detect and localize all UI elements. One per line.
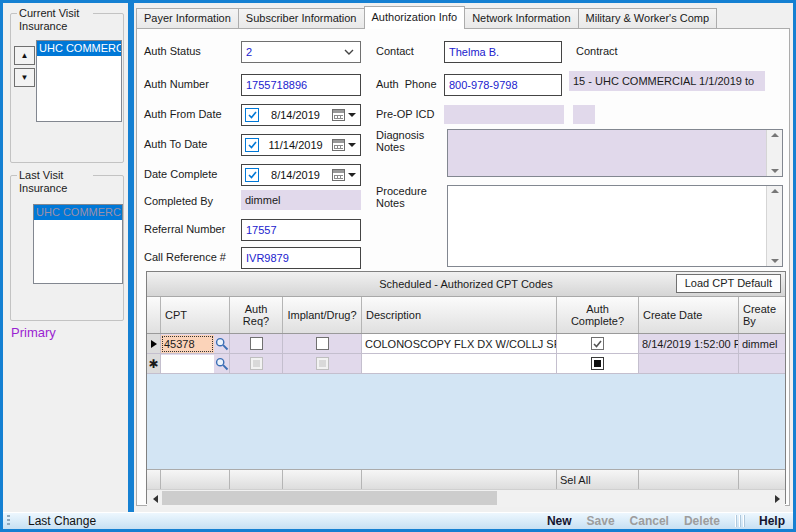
pre-op-icd-field	[444, 105, 564, 124]
auth-from-date-picker[interactable]: 8/14/2019	[241, 104, 361, 126]
auth-to-date-picker[interactable]: 11/14/2019	[241, 134, 361, 156]
create-date-cell[interactable]: 8/14/2019 1:52:00 PM	[639, 334, 739, 354]
description-cell[interactable]: COLONOSCOPY FLX DX W/COLLJ SP	[362, 334, 557, 354]
implant-drug-cell[interactable]	[283, 354, 362, 374]
cpt-cell[interactable]: 45378	[161, 334, 230, 354]
insurance-move-up-button[interactable]: ▲	[14, 46, 35, 65]
procedure-notes-textarea[interactable]	[447, 185, 783, 267]
cpt-grid: Scheduled - Authorized CPT Codes Load CP…	[146, 271, 786, 504]
current-insurance-listbox[interactable]: UHC COMMERCIAL	[36, 40, 122, 122]
current-visit-insurance-title: Current Visit Insurance	[17, 7, 93, 33]
scroll-down-icon[interactable]	[771, 259, 779, 263]
auth-number-input[interactable]: 1755718896	[241, 74, 361, 96]
auth-status-combo[interactable]: 2	[241, 41, 361, 63]
referral-number-input[interactable]: 17557	[241, 219, 361, 241]
grid-horizontal-scrollbar[interactable]	[147, 489, 785, 507]
scroll-up-icon[interactable]	[771, 189, 779, 193]
header-create-date[interactable]: Create Date	[639, 297, 739, 333]
contract-field: 15 - UHC COMMERCIAL 1/1/2019 to	[569, 71, 765, 91]
header-implant-drug[interactable]: Implant/Drug?	[283, 297, 362, 333]
last-visit-insurance-title: Last Visit Insurance	[17, 169, 93, 195]
completed-by-field: dimmel	[241, 190, 361, 210]
completed-by-label: Completed By	[144, 195, 213, 207]
cpt-cell[interactable]	[161, 354, 230, 374]
footer-description	[362, 470, 557, 489]
statusbar-separator	[735, 515, 744, 527]
last-insurance-item[interactable]: UHC COMMERCIAL	[34, 205, 122, 220]
cpt-code-input[interactable]	[161, 355, 214, 373]
row-selector-new[interactable]: ✱	[147, 354, 161, 374]
tab-military-workers-comp[interactable]: Military & Worker's Comp	[578, 8, 718, 28]
diagnosis-notes-body[interactable]	[448, 130, 766, 176]
indeterminate-checkbox-icon[interactable]	[591, 357, 604, 370]
checked-checkbox-icon[interactable]	[245, 168, 259, 182]
contact-input[interactable]: Thelma B.	[444, 41, 562, 63]
footer-cpt	[161, 470, 230, 489]
sel-all-button[interactable]: Sel All	[557, 470, 639, 489]
auth-req-cell[interactable]	[230, 334, 283, 354]
help-button[interactable]: Help	[759, 514, 785, 528]
scrollbar-thumb[interactable]	[162, 491, 497, 505]
row-selector-current[interactable]	[147, 334, 161, 354]
checked-checkbox-icon[interactable]	[245, 108, 259, 122]
diagnosis-notes-scrollbar[interactable]	[766, 130, 782, 176]
procedure-notes-body[interactable]	[448, 186, 766, 266]
authorization-window: Current Visit Insurance ▲ ▼ UHC COMMERCI…	[0, 0, 796, 532]
last-insurance-listbox[interactable]: UHC COMMERCIAL	[33, 204, 123, 284]
status-bar: Last Change New Save Cancel Delete Help	[3, 512, 793, 529]
auth-phone-value: 800-978-9798	[449, 79, 518, 91]
search-icon[interactable]	[215, 337, 229, 351]
scroll-down-icon[interactable]	[771, 169, 779, 173]
header-description[interactable]: Description	[362, 297, 557, 333]
date-complete-picker[interactable]: 8/14/2019	[241, 164, 361, 186]
last-change-label: Last Change	[28, 514, 96, 528]
last-visit-insurance-group: Last Visit Insurance UHC COMMERCIAL	[10, 175, 124, 321]
current-insurance-item[interactable]: UHC COMMERCIAL	[37, 41, 121, 56]
new-button[interactable]: New	[547, 514, 572, 528]
cancel-button: Cancel	[630, 514, 669, 528]
header-cpt[interactable]: CPT	[161, 297, 230, 333]
dropdown-arrow-icon[interactable]	[348, 113, 356, 117]
scroll-left-icon[interactable]	[147, 495, 163, 503]
load-cpt-default-button[interactable]: Load CPT Default	[676, 274, 781, 293]
scroll-right-icon[interactable]	[769, 495, 785, 503]
current-visit-insurance-group: Current Visit Insurance ▲ ▼ UHC COMMERCI…	[10, 13, 124, 163]
cpt-code-value[interactable]: 45378	[161, 335, 214, 353]
dropdown-arrow-icon[interactable]	[348, 143, 356, 147]
cpt-grid-footer: Sel All	[147, 469, 785, 489]
unchecked-checkbox-icon[interactable]	[250, 337, 263, 350]
diagnosis-notes-textarea[interactable]	[447, 129, 783, 177]
header-auth-req[interactable]: Auth Req?	[230, 297, 283, 333]
auth-phone-input[interactable]: 800-978-9798	[444, 74, 562, 96]
header-create-by[interactable]: Create By	[739, 297, 785, 333]
insurance-sidebar: Current Visit Insurance ▲ ▼ UHC COMMERCI…	[3, 3, 128, 512]
tab-payer-information[interactable]: Payer Information	[136, 8, 239, 28]
chevron-down-icon[interactable]	[344, 49, 354, 56]
insurance-move-down-button[interactable]: ▼	[14, 68, 35, 87]
search-icon[interactable]	[215, 357, 229, 371]
statusbar-grip-icon	[7, 515, 10, 527]
unchecked-checkbox-icon[interactable]	[316, 337, 329, 350]
auth-complete-cell[interactable]	[557, 354, 639, 374]
checked-checkbox-icon[interactable]	[245, 138, 259, 152]
create-date-cell	[639, 354, 739, 374]
procedure-notes-scrollbar[interactable]	[766, 186, 782, 266]
header-auth-complete[interactable]: Auth Complete?	[557, 297, 639, 333]
auth-complete-cell[interactable]	[557, 334, 639, 354]
create-by-cell[interactable]: dimmel	[739, 334, 785, 354]
description-cell[interactable]	[362, 354, 557, 374]
checked-checkbox-icon[interactable]	[591, 337, 604, 350]
table-row-new[interactable]: ✱	[147, 354, 785, 374]
scroll-up-icon[interactable]	[771, 133, 779, 137]
dropdown-arrow-icon[interactable]	[348, 173, 356, 177]
auth-req-cell[interactable]	[230, 354, 283, 374]
completed-by-value: dimmel	[245, 194, 280, 206]
implant-drug-cell[interactable]	[283, 334, 362, 354]
call-reference-input[interactable]: IVR9879	[241, 247, 361, 269]
tab-authorization-info[interactable]: Authorization Info	[364, 6, 466, 29]
disabled-checkbox-icon	[250, 357, 263, 370]
tab-network-information[interactable]: Network Information	[464, 8, 578, 28]
table-row[interactable]: 45378 COLONOSCOPY FLX DX W/COLLJ SP	[147, 334, 785, 354]
tab-subscriber-information[interactable]: Subscriber Information	[238, 8, 365, 28]
current-row-arrow-icon	[151, 340, 157, 348]
